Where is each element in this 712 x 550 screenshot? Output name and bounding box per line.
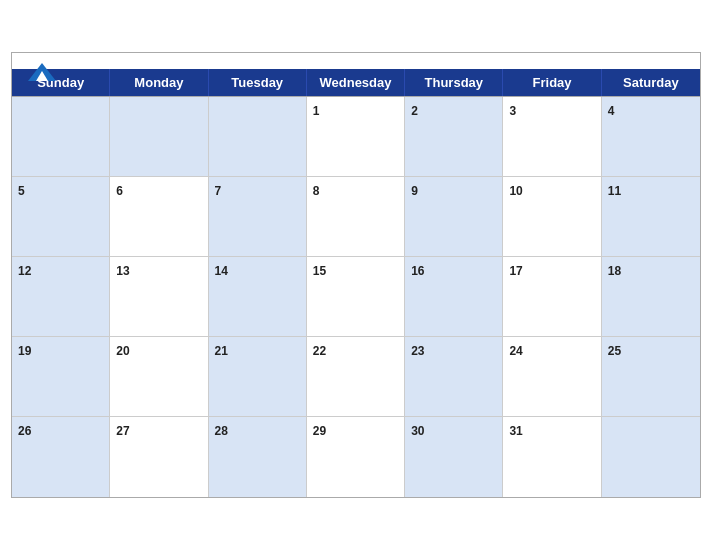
cell-number: 15: [313, 264, 326, 278]
calendar-cell: 0: [12, 97, 110, 177]
calendar-cell: 13: [110, 257, 208, 337]
day-header-saturday: Saturday: [602, 69, 700, 96]
cell-number: 26: [18, 424, 31, 438]
calendar-cell: 5: [12, 177, 110, 257]
cell-number: 11: [608, 184, 621, 198]
cell-number: 10: [509, 184, 522, 198]
cell-number: 30: [411, 424, 424, 438]
cell-number: 16: [411, 264, 424, 278]
calendar-cell: 19: [12, 337, 110, 417]
calendar: SundayMondayTuesdayWednesdayThursdayFrid…: [11, 52, 701, 498]
calendar-cell: 24: [503, 337, 601, 417]
cell-number: 0: [18, 104, 25, 118]
cell-number: 0: [116, 104, 123, 118]
day-header-thursday: Thursday: [405, 69, 503, 96]
calendar-cell: 6: [110, 177, 208, 257]
cell-number: 29: [313, 424, 326, 438]
calendar-cell: 29: [307, 417, 405, 497]
cell-number: 4: [608, 104, 615, 118]
cell-number: 9: [411, 184, 418, 198]
calendar-cell: 18: [602, 257, 700, 337]
calendar-cell: 8: [307, 177, 405, 257]
calendar-cell: 17: [503, 257, 601, 337]
day-header-tuesday: Tuesday: [209, 69, 307, 96]
calendar-cell: 22: [307, 337, 405, 417]
cell-number: 27: [116, 424, 129, 438]
cell-number: 20: [116, 344, 129, 358]
calendar-cell: 23: [405, 337, 503, 417]
calendar-cell: 20: [110, 337, 208, 417]
cell-number: 12: [18, 264, 31, 278]
calendar-cell: 7: [209, 177, 307, 257]
calendar-cell: 10: [503, 177, 601, 257]
calendar-cell: 3: [503, 97, 601, 177]
cell-number: 14: [215, 264, 228, 278]
calendar-cell: 25: [602, 337, 700, 417]
cell-number: 5: [18, 184, 25, 198]
calendar-cell: 12: [12, 257, 110, 337]
calendar-cell: 14: [209, 257, 307, 337]
cell-number: 13: [116, 264, 129, 278]
calendar-cell: 0: [602, 417, 700, 497]
cell-number: 28: [215, 424, 228, 438]
cell-number: 2: [411, 104, 418, 118]
calendar-cell: 0: [209, 97, 307, 177]
calendar-cell: 28: [209, 417, 307, 497]
logo: [28, 61, 56, 81]
calendar-cell: 15: [307, 257, 405, 337]
day-header-sunday: Sunday: [12, 69, 110, 96]
calendar-cell: 30: [405, 417, 503, 497]
cell-number: 21: [215, 344, 228, 358]
cell-number: 3: [509, 104, 516, 118]
cell-number: 23: [411, 344, 424, 358]
calendar-cell: 11: [602, 177, 700, 257]
cell-number: 17: [509, 264, 522, 278]
cell-number: 24: [509, 344, 522, 358]
day-header-wednesday: Wednesday: [307, 69, 405, 96]
day-header-friday: Friday: [503, 69, 601, 96]
calendar-grid: 0001234567891011121314151617181920212223…: [12, 96, 700, 497]
cell-number: 22: [313, 344, 326, 358]
cell-number: 0: [215, 104, 222, 118]
cell-number: 19: [18, 344, 31, 358]
calendar-cell: 0: [110, 97, 208, 177]
calendar-cell: 26: [12, 417, 110, 497]
cell-number: 0: [608, 424, 615, 438]
calendar-cell: 1: [307, 97, 405, 177]
cell-number: 25: [608, 344, 621, 358]
calendar-cell: 4: [602, 97, 700, 177]
cell-number: 18: [608, 264, 621, 278]
calendar-cell: 27: [110, 417, 208, 497]
calendar-cell: 16: [405, 257, 503, 337]
days-header: SundayMondayTuesdayWednesdayThursdayFrid…: [12, 69, 700, 96]
calendar-header: [12, 53, 700, 69]
cell-number: 31: [509, 424, 522, 438]
cell-number: 8: [313, 184, 320, 198]
calendar-cell: 9: [405, 177, 503, 257]
cell-number: 1: [313, 104, 320, 118]
cell-number: 6: [116, 184, 123, 198]
day-header-monday: Monday: [110, 69, 208, 96]
calendar-cell: 21: [209, 337, 307, 417]
logo-icon: [28, 63, 56, 81]
calendar-cell: 2: [405, 97, 503, 177]
calendar-cell: 31: [503, 417, 601, 497]
cell-number: 7: [215, 184, 222, 198]
